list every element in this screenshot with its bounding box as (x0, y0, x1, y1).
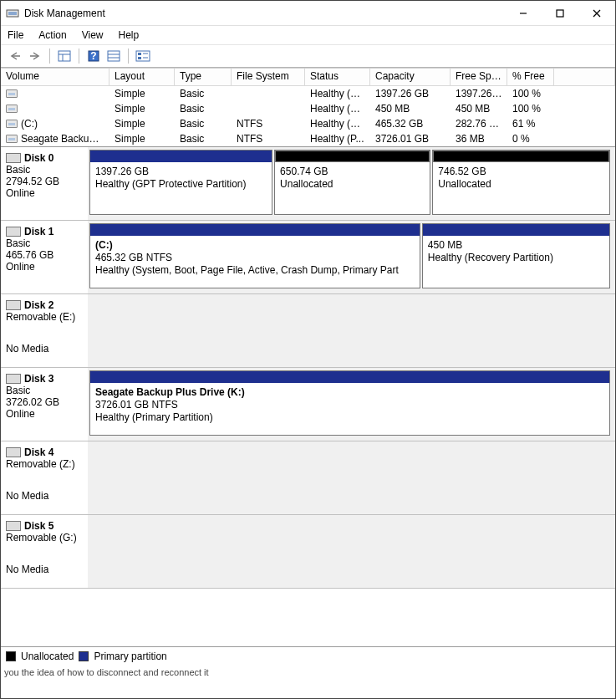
volume-row[interactable]: SimpleBasicHealthy (G...1397.26 GB1397.2… (1, 86, 615, 101)
back-button[interactable] (6, 47, 24, 65)
disk-row: Disk 4Removable (Z:)No Media (1, 441, 615, 515)
toolbar: ? (1, 44, 615, 68)
partition[interactable]: 450 MBHealthy (Recovery Partition) (422, 223, 610, 288)
titlebar: Disk Management (1, 1, 615, 26)
volume-row[interactable]: (C:)SimpleBasicNTFSHealthy (S...465.32 G… (1, 116, 615, 131)
minimize-button[interactable] (505, 1, 542, 26)
toolbar-separator (49, 48, 50, 64)
partition[interactable]: (C:)465.32 GB NTFSHealthy (System, Boot,… (89, 223, 420, 288)
volume-list-header: Volume Layout Type File System Status Ca… (1, 68, 615, 86)
disk-label[interactable]: Disk 4Removable (Z:)No Media (1, 441, 88, 514)
help-icon[interactable]: ? (84, 47, 103, 65)
volume-row[interactable]: SimpleBasicHealthy (R...450 MB450 MB100 … (1, 101, 615, 116)
maximize-button[interactable] (542, 1, 578, 26)
volume-icon (6, 120, 18, 128)
partition[interactable]: Seagate Backup Plus Drive (K:)3726.01 GB… (89, 370, 610, 436)
legend: Unallocated Primary partition (1, 647, 615, 666)
disk-label[interactable]: Disk 1Basic465.76 GBOnline (1, 221, 88, 293)
toolbar-separator (128, 48, 129, 64)
disk-row: Disk 2Removable (E:)No Media (1, 294, 615, 368)
partition-area: (C:)465.32 GB NTFSHealthy (System, Boot,… (88, 221, 615, 293)
menubar: File Action View Help (1, 26, 615, 44)
close-button[interactable] (578, 1, 615, 26)
disk-icon (6, 521, 21, 531)
legend-label-primary: Primary partition (94, 651, 166, 662)
col-layout[interactable]: Layout (109, 69, 175, 86)
svg-rect-18 (138, 57, 141, 59)
col-volume[interactable]: Volume (1, 69, 109, 86)
partition-area (88, 294, 615, 367)
col-filesystem[interactable]: File System (232, 69, 305, 86)
partition-header-bar (90, 371, 609, 383)
svg-rect-1 (8, 12, 17, 15)
svg-rect-3 (557, 10, 563, 17)
col-capacity[interactable]: Capacity (370, 69, 451, 86)
volume-icon (6, 105, 18, 113)
toolbar-list-icon[interactable] (104, 47, 123, 65)
volume-row[interactable]: Seagate Backup Pl...SimpleBasicNTFSHealt… (1, 131, 615, 146)
menu-help[interactable]: Help (119, 29, 140, 41)
col-pctfree[interactable]: % Free (507, 69, 554, 86)
svg-rect-16 (136, 51, 150, 61)
disk-row: Disk 3Basic3726.02 GBOnlineSeagate Backu… (1, 368, 615, 441)
volume-icon (6, 89, 18, 98)
col-free[interactable]: Free Spa... (451, 69, 507, 86)
svg-rect-8 (59, 51, 70, 61)
disk-row: Disk 5Removable (G:)No Media (1, 515, 615, 589)
window-title: Disk Management (24, 8, 505, 19)
partition-header-bar (275, 151, 430, 162)
disk-icon (6, 227, 21, 237)
svg-rect-13 (108, 51, 120, 61)
col-type[interactable]: Type (175, 69, 232, 86)
forward-button[interactable] (26, 47, 44, 65)
app-icon (6, 7, 19, 20)
partition[interactable]: 650.74 GBUnallocated (274, 150, 430, 215)
volume-icon (6, 135, 18, 143)
partition-area (88, 441, 615, 514)
partition[interactable]: 1397.26 GBHealthy (GPT Protective Partit… (89, 150, 272, 215)
partition-area: Seagate Backup Plus Drive (K:)3726.01 GB… (88, 368, 615, 441)
partition-header-bar (90, 224, 420, 236)
disk-label[interactable]: Disk 2Removable (E:)No Media (1, 294, 88, 367)
cropped-text: you the idea of how to disconnect and re… (1, 666, 615, 679)
disk-label[interactable]: Disk 3Basic3726.02 GBOnline (1, 368, 88, 441)
disk-row: Disk 0Basic2794.52 GBOnline1397.26 GBHea… (1, 147, 615, 221)
legend-swatch-unallocated (6, 651, 16, 661)
toolbar-separator (79, 48, 79, 64)
volume-list: Volume Layout Type File System Status Ca… (1, 68, 615, 147)
col-spacer (554, 69, 615, 86)
legend-swatch-primary (79, 651, 89, 661)
disk-row: Disk 1Basic465.76 GBOnline(C:)465.32 GB … (1, 221, 615, 294)
disk-icon (6, 447, 21, 457)
col-status[interactable]: Status (305, 69, 370, 86)
partition-header-bar (90, 151, 272, 162)
toolbar-detail-icon[interactable] (134, 47, 152, 65)
menu-action[interactable]: Action (38, 29, 66, 41)
disk-label[interactable]: Disk 0Basic2794.52 GBOnline (1, 147, 88, 220)
svg-text:?: ? (90, 50, 96, 62)
menu-view[interactable]: View (82, 29, 104, 41)
disk-graphical-view: Disk 0Basic2794.52 GBOnline1397.26 GBHea… (1, 147, 615, 647)
partition-area: 1397.26 GBHealthy (GPT Protective Partit… (88, 147, 615, 220)
partition[interactable]: 746.52 GBUnallocated (432, 150, 610, 215)
disk-icon (6, 300, 21, 310)
menu-file[interactable]: File (8, 29, 23, 41)
toolbar-view-icon[interactable] (55, 47, 74, 65)
legend-label-unallocated: Unallocated (21, 651, 74, 662)
disk-icon (6, 374, 21, 384)
disk-label[interactable]: Disk 5Removable (G:)No Media (1, 515, 88, 588)
partition-header-bar (433, 151, 609, 162)
disk-icon (6, 153, 21, 163)
partition-header-bar (423, 224, 609, 236)
svg-rect-17 (138, 53, 141, 55)
partition-area (88, 515, 615, 588)
